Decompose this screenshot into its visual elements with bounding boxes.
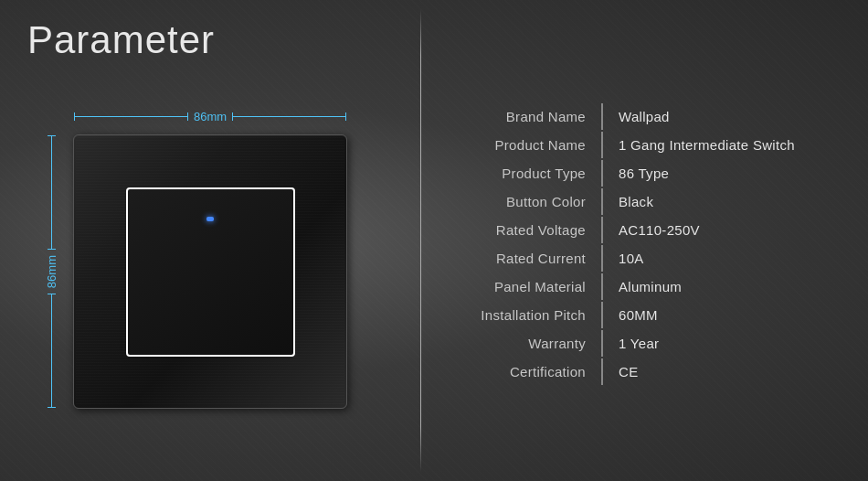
- param-value: 1 Year: [605, 330, 850, 357]
- param-row: Panel MaterialAluminum: [439, 273, 850, 300]
- param-table: Brand NameWallpadProduct Name1 Gang Inte…: [439, 103, 850, 387]
- dimension-top: 86mm: [74, 110, 346, 123]
- dim-line-vertical-left: [51, 135, 52, 250]
- param-label: Warranty: [439, 330, 599, 357]
- param-label: Brand Name: [439, 103, 599, 130]
- page-background: Parameter 86mm 86mm: [0, 0, 868, 481]
- right-panel: Brand NameWallpadProduct Name1 Gang Inte…: [421, 0, 868, 481]
- param-value: Black: [605, 188, 850, 215]
- dim-label-top: 86mm: [188, 110, 232, 123]
- param-label: Product Name: [439, 132, 599, 158]
- param-divider: [601, 273, 603, 300]
- param-value: CE: [605, 358, 850, 385]
- switch-face: [126, 187, 295, 357]
- param-label: Button Color: [439, 188, 599, 215]
- dim-line-vertical-left-bottom: [51, 294, 52, 408]
- dim-line-horizontal-top-right: [232, 116, 346, 117]
- param-row: Product Type86 Type: [439, 160, 850, 187]
- param-divider: [601, 132, 603, 158]
- param-value: 10A: [605, 245, 850, 272]
- param-row: Rated VoltageAC110-250V: [439, 217, 850, 243]
- param-label: Panel Material: [439, 273, 599, 300]
- param-divider: [601, 103, 603, 130]
- param-label: Rated Current: [439, 245, 599, 272]
- param-label: Certification: [439, 358, 599, 385]
- param-label: Installation Pitch: [439, 302, 599, 328]
- param-value: 1 Gang Intermediate Switch: [605, 132, 850, 158]
- param-value: Wallpad: [605, 103, 850, 130]
- param-value: Aluminum: [605, 273, 850, 300]
- param-label: Product Type: [439, 160, 599, 187]
- param-row: Product Name1 Gang Intermediate Switch: [439, 132, 850, 158]
- param-row: Button ColorBlack: [439, 188, 850, 215]
- switch-diagram: 86mm 86mm: [27, 80, 393, 463]
- dim-line-horizontal-top: [74, 116, 188, 117]
- param-row: Installation Pitch60MM: [439, 302, 850, 328]
- dimension-left: 86mm: [45, 135, 58, 408]
- param-value: AC110-250V: [605, 217, 850, 243]
- param-value: 60MM: [605, 302, 850, 328]
- outer-panel: 86mm 86mm: [73, 134, 347, 409]
- param-divider: [601, 358, 603, 385]
- param-label: Rated Voltage: [439, 217, 599, 243]
- dim-label-left: 86mm: [45, 250, 58, 294]
- param-row: Brand NameWallpad: [439, 103, 850, 130]
- param-divider: [601, 245, 603, 272]
- param-value: 86 Type: [605, 160, 850, 187]
- param-divider: [601, 160, 603, 187]
- param-divider: [601, 302, 603, 328]
- param-row: Warranty1 Year: [439, 330, 850, 357]
- param-divider: [601, 188, 603, 215]
- param-divider: [601, 330, 603, 357]
- param-row: Rated Current10A: [439, 245, 850, 272]
- param-divider: [601, 217, 603, 243]
- param-row: CertificationCE: [439, 358, 850, 385]
- led-indicator: [206, 217, 214, 221]
- left-panel: Parameter 86mm 86mm: [0, 0, 420, 481]
- page-title: Parameter: [27, 18, 393, 62]
